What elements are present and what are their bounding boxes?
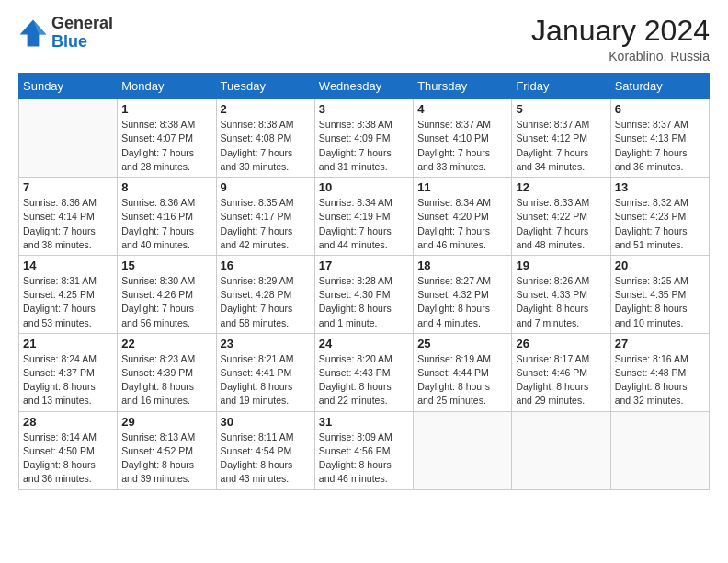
table-row: 28Sunrise: 8:14 AMSunset: 4:50 PMDayligh… [19, 411, 118, 489]
calendar-week-row: 14Sunrise: 8:31 AMSunset: 4:25 PMDayligh… [19, 255, 710, 333]
table-row: 25Sunrise: 8:19 AMSunset: 4:44 PMDayligh… [414, 333, 512, 411]
day-number: 23 [221, 337, 311, 350]
table-row: 15Sunrise: 8:30 AMSunset: 4:26 PMDayligh… [118, 255, 216, 333]
day-info: Sunrise: 8:29 AMSunset: 4:28 PMDaylight:… [221, 274, 311, 330]
location: Korablino, Russia [531, 49, 710, 63]
day-info: Sunrise: 8:37 AMSunset: 4:12 PMDaylight:… [516, 118, 606, 174]
table-row: 20Sunrise: 8:25 AMSunset: 4:35 PMDayligh… [610, 255, 709, 333]
logo: General Blue [18, 15, 113, 52]
table-row: 26Sunrise: 8:17 AMSunset: 4:46 PMDayligh… [512, 333, 610, 411]
day-info: Sunrise: 8:20 AMSunset: 4:43 PMDaylight:… [319, 352, 409, 408]
day-number: 9 [221, 180, 311, 194]
day-number: 25 [417, 337, 507, 350]
day-info: Sunrise: 8:36 AMSunset: 4:14 PMDaylight:… [23, 196, 113, 252]
day-number: 14 [23, 259, 113, 272]
table-row: 16Sunrise: 8:29 AMSunset: 4:28 PMDayligh… [216, 255, 314, 333]
day-number: 3 [319, 102, 409, 116]
day-info: Sunrise: 8:38 AMSunset: 4:09 PMDaylight:… [319, 118, 409, 174]
day-info: Sunrise: 8:19 AMSunset: 4:44 PMDaylight:… [417, 352, 507, 408]
day-number: 19 [516, 259, 606, 272]
table-row [610, 411, 709, 489]
day-info: Sunrise: 8:27 AMSunset: 4:32 PMDaylight:… [417, 274, 507, 330]
day-info: Sunrise: 8:34 AMSunset: 4:20 PMDaylight:… [417, 196, 507, 252]
day-number: 12 [516, 180, 606, 194]
day-number: 2 [221, 102, 311, 116]
table-row [19, 99, 118, 178]
table-row [414, 411, 512, 489]
page: General Blue January 2024 Korablino, Rus… [0, 0, 728, 563]
col-tuesday: Tuesday [216, 74, 314, 99]
month-year: January 2024 [531, 15, 710, 47]
table-row: 22Sunrise: 8:23 AMSunset: 4:39 PMDayligh… [118, 333, 216, 411]
day-info: Sunrise: 8:21 AMSunset: 4:41 PMDaylight:… [221, 352, 311, 408]
day-info: Sunrise: 8:38 AMSunset: 4:08 PMDaylight:… [221, 118, 311, 174]
calendar-week-row: 28Sunrise: 8:14 AMSunset: 4:50 PMDayligh… [19, 411, 710, 489]
day-number: 29 [121, 415, 211, 429]
table-row: 23Sunrise: 8:21 AMSunset: 4:41 PMDayligh… [216, 333, 314, 411]
table-row: 18Sunrise: 8:27 AMSunset: 4:32 PMDayligh… [414, 255, 512, 333]
day-number: 11 [417, 180, 507, 194]
logo-icon [18, 18, 48, 48]
day-info: Sunrise: 8:09 AMSunset: 4:56 PMDaylight:… [319, 431, 409, 487]
day-info: Sunrise: 8:24 AMSunset: 4:37 PMDaylight:… [23, 352, 113, 408]
day-info: Sunrise: 8:17 AMSunset: 4:46 PMDaylight:… [516, 352, 606, 408]
day-info: Sunrise: 8:37 AMSunset: 4:10 PMDaylight:… [417, 118, 507, 174]
day-info: Sunrise: 8:38 AMSunset: 4:07 PMDaylight:… [121, 118, 211, 174]
table-row: 4Sunrise: 8:37 AMSunset: 4:10 PMDaylight… [414, 99, 512, 178]
day-number: 16 [221, 259, 311, 272]
table-row: 24Sunrise: 8:20 AMSunset: 4:43 PMDayligh… [314, 333, 413, 411]
col-thursday: Thursday [414, 74, 512, 99]
day-number: 18 [417, 259, 507, 272]
day-number: 30 [221, 415, 311, 429]
day-info: Sunrise: 8:34 AMSunset: 4:19 PMDaylight:… [319, 196, 409, 252]
col-monday: Monday [118, 74, 216, 99]
table-row: 8Sunrise: 8:36 AMSunset: 4:16 PMDaylight… [118, 178, 216, 256]
day-info: Sunrise: 8:28 AMSunset: 4:30 PMDaylight:… [319, 274, 409, 330]
table-row: 2Sunrise: 8:38 AMSunset: 4:08 PMDaylight… [216, 99, 314, 178]
table-row: 30Sunrise: 8:11 AMSunset: 4:54 PMDayligh… [216, 411, 314, 489]
day-info: Sunrise: 8:23 AMSunset: 4:39 PMDaylight:… [121, 352, 211, 408]
day-number: 24 [319, 337, 409, 350]
logo-text: General Blue [51, 15, 113, 52]
day-number: 22 [121, 337, 211, 350]
day-number: 20 [615, 259, 705, 272]
day-info: Sunrise: 8:26 AMSunset: 4:33 PMDaylight:… [516, 274, 606, 330]
day-info: Sunrise: 8:35 AMSunset: 4:17 PMDaylight:… [221, 196, 311, 252]
table-row: 11Sunrise: 8:34 AMSunset: 4:20 PMDayligh… [414, 178, 512, 256]
day-info: Sunrise: 8:37 AMSunset: 4:13 PMDaylight:… [615, 118, 705, 174]
title-block: January 2024 Korablino, Russia [531, 15, 710, 63]
table-row: 1Sunrise: 8:38 AMSunset: 4:07 PMDaylight… [118, 99, 216, 178]
table-row: 3Sunrise: 8:38 AMSunset: 4:09 PMDaylight… [314, 99, 413, 178]
table-row: 21Sunrise: 8:24 AMSunset: 4:37 PMDayligh… [19, 333, 118, 411]
day-number: 15 [121, 259, 211, 272]
day-number: 26 [516, 337, 606, 350]
day-info: Sunrise: 8:36 AMSunset: 4:16 PMDaylight:… [121, 196, 211, 252]
table-row: 13Sunrise: 8:32 AMSunset: 4:23 PMDayligh… [610, 178, 709, 256]
day-number: 27 [615, 337, 705, 350]
day-info: Sunrise: 8:16 AMSunset: 4:48 PMDaylight:… [615, 352, 705, 408]
table-row: 7Sunrise: 8:36 AMSunset: 4:14 PMDaylight… [19, 178, 118, 256]
day-number: 4 [417, 102, 507, 116]
day-info: Sunrise: 8:11 AMSunset: 4:54 PMDaylight:… [221, 431, 311, 487]
table-row: 9Sunrise: 8:35 AMSunset: 4:17 PMDaylight… [216, 178, 314, 256]
table-row: 29Sunrise: 8:13 AMSunset: 4:52 PMDayligh… [118, 411, 216, 489]
calendar-week-row: 21Sunrise: 8:24 AMSunset: 4:37 PMDayligh… [19, 333, 710, 411]
day-info: Sunrise: 8:31 AMSunset: 4:25 PMDaylight:… [23, 274, 113, 330]
day-number: 6 [615, 102, 705, 116]
col-sunday: Sunday [19, 74, 118, 99]
table-row [512, 411, 610, 489]
table-row: 27Sunrise: 8:16 AMSunset: 4:48 PMDayligh… [610, 333, 709, 411]
calendar-week-row: 1Sunrise: 8:38 AMSunset: 4:07 PMDaylight… [19, 99, 710, 178]
day-info: Sunrise: 8:33 AMSunset: 4:22 PMDaylight:… [516, 196, 606, 252]
logo-blue: Blue [51, 33, 113, 52]
table-row: 6Sunrise: 8:37 AMSunset: 4:13 PMDaylight… [610, 99, 709, 178]
day-number: 7 [23, 180, 113, 194]
day-number: 31 [319, 415, 409, 429]
day-info: Sunrise: 8:25 AMSunset: 4:35 PMDaylight:… [615, 274, 705, 330]
logo-general: General [51, 15, 113, 33]
col-friday: Friday [512, 74, 610, 99]
day-info: Sunrise: 8:14 AMSunset: 4:50 PMDaylight:… [23, 431, 113, 487]
col-saturday: Saturday [610, 74, 709, 99]
table-row: 17Sunrise: 8:28 AMSunset: 4:30 PMDayligh… [314, 255, 413, 333]
day-number: 13 [615, 180, 705, 194]
